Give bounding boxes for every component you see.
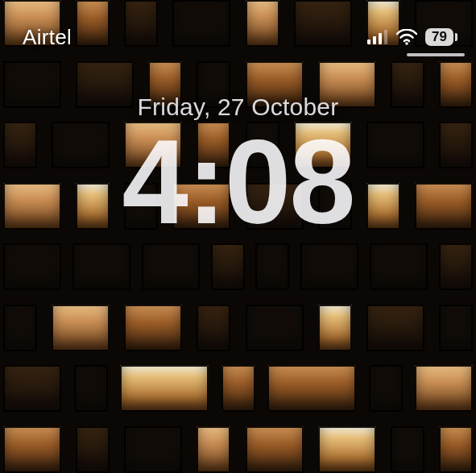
status-bar: Airtel 79 — [0, 19, 476, 55]
battery-indicator: 79 — [425, 28, 453, 46]
svg-rect-2 — [379, 33, 382, 44]
lockscreen-time: 4:08 — [122, 122, 354, 242]
svg-point-4 — [405, 42, 408, 45]
status-bar-right: 79 — [367, 28, 453, 46]
scroll-indicator — [407, 53, 465, 56]
svg-rect-3 — [384, 30, 387, 44]
svg-rect-0 — [367, 39, 370, 44]
carrier-label: Airtel — [23, 25, 72, 50]
lockscreen-clock: Friday, 27 October 4:08 — [0, 93, 476, 242]
lock-screen: Airtel 79 — [0, 0, 476, 473]
cellular-signal-icon — [367, 30, 388, 44]
wifi-icon — [396, 29, 417, 45]
battery-percent: 79 — [428, 28, 450, 46]
svg-rect-1 — [373, 36, 376, 44]
